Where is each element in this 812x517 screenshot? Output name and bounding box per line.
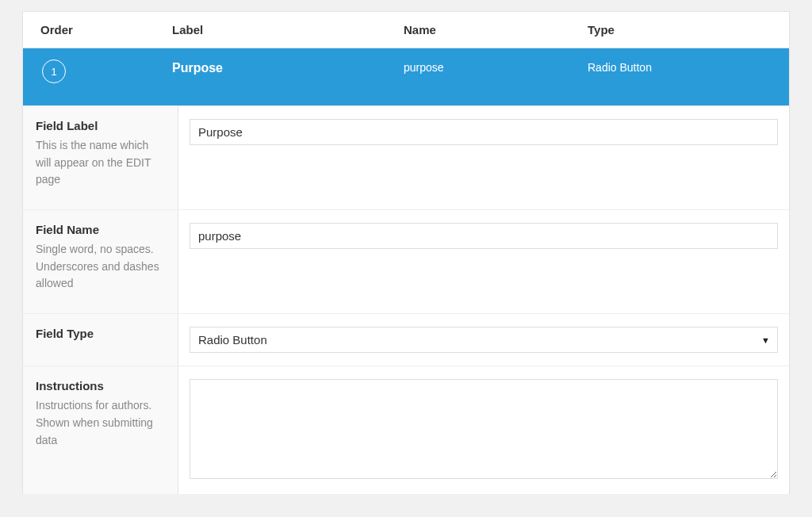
field-name-title: Field Name <box>36 223 163 236</box>
field-label-input[interactable] <box>190 119 778 145</box>
field-type-select[interactable]: Radio Button <box>190 327 778 353</box>
order-number: 1 <box>51 66 56 78</box>
order-badge: 1 <box>42 59 66 83</box>
field-instructions-row: Instructions Instructions for authors. S… <box>23 366 789 494</box>
field-instructions-title: Instructions <box>36 379 163 393</box>
col-header-name: Name <box>404 23 588 36</box>
col-header-order: Order <box>23 23 172 36</box>
summary-type: Radio Button <box>588 61 652 74</box>
field-name-help: Single word, no spaces. Underscores and … <box>36 241 163 293</box>
field-type-row: Field Type Radio Button ▼ <box>23 313 789 366</box>
col-header-type: Type <box>588 23 789 36</box>
field-type-title: Field Type <box>36 327 163 340</box>
field-label-row: Field Label This is the name which will … <box>23 105 789 209</box>
summary-label: Purpose <box>172 61 223 75</box>
field-name-row: Field Name Single word, no spaces. Under… <box>23 209 789 313</box>
summary-name: purpose <box>404 61 444 74</box>
field-label-title: Field Label <box>36 119 163 132</box>
field-name-input[interactable] <box>190 223 778 249</box>
columns-header: Order Label Name Type <box>23 12 789 48</box>
field-editor-panel: Order Label Name Type 1 Purpose purpose … <box>22 11 790 494</box>
field-instructions-help: Instructions for authors. Shown when sub… <box>36 397 163 449</box>
field-instructions-input[interactable] <box>190 379 778 479</box>
field-summary-row[interactable]: 1 Purpose purpose Radio Button <box>23 48 789 105</box>
field-label-help: This is the name which will appear on th… <box>36 137 163 189</box>
col-header-label: Label <box>172 23 404 36</box>
